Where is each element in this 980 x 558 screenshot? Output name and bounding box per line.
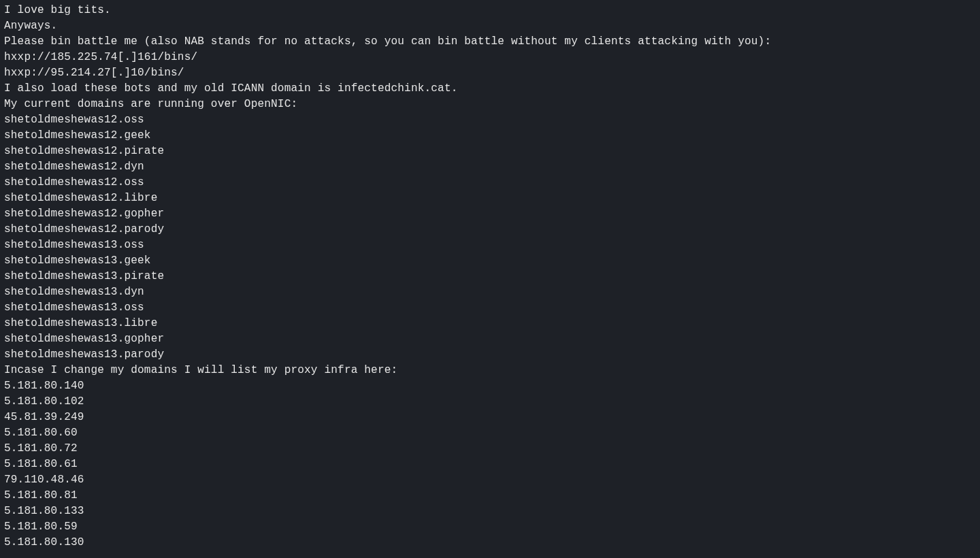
text-line: Incase I change my domains I will list m… bbox=[4, 363, 976, 378]
text-line: shetoldmeshewas12.oss bbox=[4, 175, 976, 191]
text-line: 5.181.80.72 bbox=[4, 441, 976, 457]
terminal-text-block: I love big tits.Anyways.Please bin battl… bbox=[4, 3, 976, 551]
text-line: 79.110.48.46 bbox=[4, 472, 976, 488]
text-line: 5.181.80.130 bbox=[4, 535, 976, 551]
text-line: 5.181.80.60 bbox=[4, 425, 976, 441]
text-line: 5.181.80.133 bbox=[4, 504, 976, 519]
text-line: shetoldmeshewas12.gopher bbox=[4, 206, 976, 222]
text-line: I also load these bots and my old ICANN … bbox=[4, 81, 976, 97]
text-line: Please bin battle me (also NAB stands fo… bbox=[4, 34, 976, 50]
text-line: 5.181.80.140 bbox=[4, 378, 976, 394]
text-line: shetoldmeshewas12.dyn bbox=[4, 159, 976, 175]
text-line: hxxp://185.225.74[.]161/bins/ bbox=[4, 50, 976, 65]
text-line: shetoldmeshewas13.libre bbox=[4, 316, 976, 331]
text-line: shetoldmeshewas13.gopher bbox=[4, 331, 976, 347]
text-line: Anyways. bbox=[4, 18, 976, 34]
text-line: 5.181.80.61 bbox=[4, 457, 976, 472]
text-line: shetoldmeshewas13.geek bbox=[4, 253, 976, 269]
text-line: I love big tits. bbox=[4, 3, 976, 18]
text-line: shetoldmeshewas13.oss bbox=[4, 237, 976, 253]
text-line: shetoldmeshewas12.geek bbox=[4, 128, 976, 144]
text-line: 5.181.80.81 bbox=[4, 488, 976, 504]
text-line: shetoldmeshewas13.parody bbox=[4, 347, 976, 363]
text-line: shetoldmeshewas12.parody bbox=[4, 222, 976, 237]
text-line: shetoldmeshewas12.libre bbox=[4, 191, 976, 206]
text-line: shetoldmeshewas12.oss bbox=[4, 112, 976, 128]
text-line: My current domains are running over Open… bbox=[4, 97, 976, 112]
text-line: shetoldmeshewas13.oss bbox=[4, 300, 976, 316]
text-line: 5.181.80.59 bbox=[4, 519, 976, 535]
text-line: 5.181.80.102 bbox=[4, 394, 976, 410]
text-line: hxxp://95.214.27[.]10/bins/ bbox=[4, 65, 976, 81]
text-line: 45.81.39.249 bbox=[4, 410, 976, 425]
text-line: shetoldmeshewas13.dyn bbox=[4, 284, 976, 300]
text-line: shetoldmeshewas13.pirate bbox=[4, 269, 976, 284]
text-line: shetoldmeshewas12.pirate bbox=[4, 144, 976, 159]
